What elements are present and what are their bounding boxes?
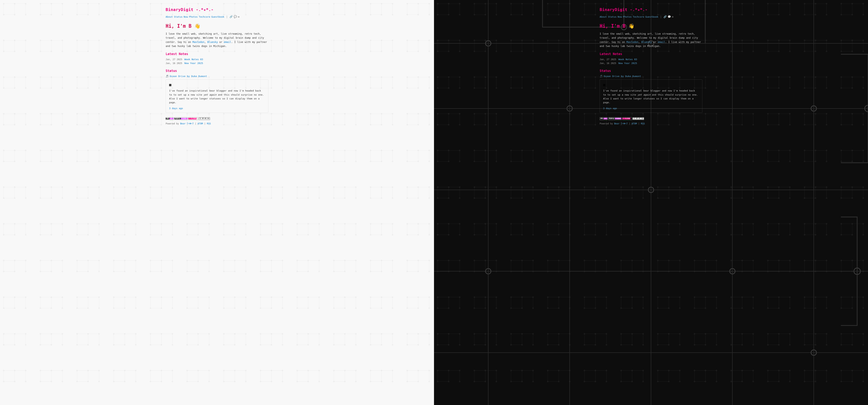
footer-powered-light: Powered by Bear ʕ•ᴥ•ʔ | ATOM | RSS — [166, 122, 268, 125]
badge-omg-dark[interactable]: OMG LOL — [600, 117, 608, 120]
nav-divider-light: | — [226, 15, 228, 18]
note-link-light-1[interactable]: Week Notes 03 — [184, 58, 203, 61]
badge-omg-light[interactable]: OMG LOL — [166, 117, 174, 120]
status-heading-dark: Status — [600, 69, 702, 73]
nav-techcore-light[interactable]: Techcore — [199, 15, 210, 18]
note-date-light-1: Jan, 27 2025 — [166, 58, 182, 61]
footer-badges-light: OMG LOL PEOPLE PLEDGE f FLICKR CC BY-NC-… — [166, 117, 268, 120]
status-card-icon-dark: ▦ — [603, 83, 699, 87]
atom-link-dark[interactable]: ATOM — [631, 122, 637, 125]
intro-text-dark: I love the small web, sketching art, liv… — [600, 32, 702, 48]
status-card-dark: ▦ I've found an inspirational bear blogg… — [600, 80, 702, 113]
svg-point-18 — [811, 106, 816, 111]
footer-badges-dark: OMG LOL PEOPLE PLEDGE f FLICKR CC BY-NC-… — [600, 117, 702, 120]
status-card-time-light[interactable]: 3 days ago — [169, 107, 183, 110]
nav-about-dark[interactable]: About — [600, 15, 607, 18]
nav-about-light[interactable]: About — [166, 15, 173, 18]
nav-guestbook-dark[interactable]: Guestbook — [645, 15, 658, 18]
badge-flickr-light[interactable]: f FLICKR — [188, 117, 198, 120]
nav-status-light[interactable]: Status — [174, 15, 183, 18]
rss-link-dark[interactable]: RSS — [641, 122, 645, 125]
note-date-dark-2: Jan, 16 2025 — [600, 62, 616, 65]
music-icon-light: 🎵 — [166, 75, 168, 77]
svg-point-15 — [811, 350, 816, 355]
note-link-dark-2[interactable]: New Year 2025 — [618, 62, 637, 65]
status-card-light: ▦ I've found an inspirational bear blogg… — [166, 80, 268, 113]
music-icon-dark: 🎵 — [600, 75, 602, 77]
bear-link-light[interactable]: Bear ʕ•ᴥ•ʔ — [180, 122, 193, 125]
svg-point-21 — [854, 268, 860, 274]
page-heading-dark: Hi, I'm B 👋 — [600, 23, 702, 29]
link-icon-light[interactable]: 🔗 — [229, 15, 232, 18]
note-date-light-2: Jan, 16 2025 — [166, 62, 182, 65]
note-link-dark-1[interactable]: Week Notes 03 — [618, 58, 637, 61]
badge-people-dark[interactable]: PEOPLE PLEDGE — [608, 117, 621, 120]
nav-status-dark[interactable]: Status — [608, 15, 617, 18]
mastodon-link-light[interactable]: Mastodon — [192, 40, 204, 43]
svg-point-11 — [486, 41, 491, 46]
nav-techcore-dark[interactable]: Techcore — [633, 15, 644, 18]
light-panel: BinaryDigit -.*★*.- About Status Now Pho… — [0, 0, 434, 405]
dark-panel: BinaryDigit -.*★*.- About Status Now Pho… — [434, 0, 868, 405]
mail-icon-light[interactable]: ✉ — [238, 15, 239, 18]
status-music-light[interactable]: 🎵 Ocean Drive by Duke Dumont — [166, 75, 268, 77]
nav-now-dark[interactable]: Now — [618, 15, 622, 18]
note-item-light-1: Jan, 27 2025 Week Notes 03 — [166, 58, 268, 61]
nav-photos-light[interactable]: Photos — [189, 15, 198, 18]
badge-flickr-dark[interactable]: f FLICKR — [622, 117, 632, 120]
bluesky-link-light[interactable]: Bluesky — [208, 40, 218, 43]
notes-list-light: Jan, 27 2025 Week Notes 03 Jan, 16 2025 … — [166, 58, 268, 65]
link-icon-dark[interactable]: 🔗 — [663, 15, 666, 18]
note-date-dark-1: Jan, 27 2025 — [600, 58, 616, 61]
email-link-dark[interactable]: email — [658, 40, 665, 43]
nav-dark: About Status Now Photos Techcore Guestbo… — [600, 15, 702, 18]
chat-icon-light[interactable]: 💬 — [234, 15, 237, 18]
svg-point-20 — [865, 105, 868, 112]
site-title-dark: BinaryDigit -.*★*.- — [600, 7, 702, 12]
status-card-icon-light: ▦ — [169, 83, 265, 87]
svg-point-19 — [486, 269, 491, 274]
nav-divider-dark: | — [660, 15, 662, 18]
notes-heading-dark: Latest Notes — [600, 52, 702, 56]
bear-link-dark[interactable]: Bear ʕ•ᴥ•ʔ — [614, 122, 627, 125]
status-card-time-dark[interactable]: 3 days ago — [603, 107, 617, 110]
nav-photos-dark[interactable]: Photos — [623, 15, 632, 18]
note-link-light-2[interactable]: New Year 2025 — [184, 62, 203, 65]
mail-icon-dark[interactable]: ✉ — [672, 15, 673, 18]
badge-people-light[interactable]: PEOPLE PLEDGE — [174, 117, 187, 120]
nav-guestbook-light[interactable]: Guestbook — [211, 15, 224, 18]
status-music-text-light: Ocean Drive by Duke Dumont — [170, 75, 207, 77]
note-item-light-2: Jan, 16 2025 New Year 2025 — [166, 62, 268, 65]
notes-list-dark: Jan, 27 2025 Week Notes 03 Jan, 16 2025 … — [600, 58, 702, 65]
intro-text-light: I love the small web, sketching art, liv… — [166, 32, 268, 48]
svg-point-12 — [567, 106, 572, 111]
status-card-text-dark: I've found an inspirational bear blogger… — [603, 89, 699, 104]
chat-icon-dark[interactable]: 💬 — [668, 15, 671, 18]
svg-point-13 — [648, 187, 654, 193]
note-item-dark-2: Jan, 16 2025 New Year 2025 — [600, 62, 702, 65]
nav-now-light[interactable]: Now — [184, 15, 188, 18]
mastodon-link-dark[interactable]: Mastodon — [626, 40, 638, 43]
note-item-dark-1: Jan, 27 2025 Week Notes 03 — [600, 58, 702, 61]
rss-link-light[interactable]: RSS — [207, 122, 211, 125]
email-link-light[interactable]: email — [224, 40, 231, 43]
bluesky-link-dark[interactable]: Bluesky — [642, 40, 652, 43]
site-title-light: BinaryDigit -.*★*.- — [166, 7, 268, 12]
page-heading-light: Hi, I'm B 👋 — [166, 23, 268, 29]
status-heading-light: Status — [166, 69, 268, 73]
badge-cc-dark[interactable]: CC BY-NC-SA — [632, 117, 644, 120]
badge-cc-light[interactable]: CC BY-NC-SA — [198, 117, 210, 120]
footer-powered-dark: Powered by Bear ʕ•ᴥ•ʔ | ATOM | RSS — [600, 122, 702, 125]
svg-point-14 — [730, 269, 735, 274]
status-music-dark[interactable]: 🎵 Ocean Drive by Duke Dumont — [600, 75, 702, 77]
nav-light: About Status Now Photos Techcore Guestbo… — [166, 15, 268, 18]
status-card-text-light: I've found an inspirational bear blogger… — [169, 89, 265, 104]
atom-link-light[interactable]: ATOM — [197, 122, 203, 125]
notes-heading-light: Latest Notes — [166, 52, 268, 56]
status-music-text-dark: Ocean Drive by Duke Dumont — [604, 75, 641, 77]
